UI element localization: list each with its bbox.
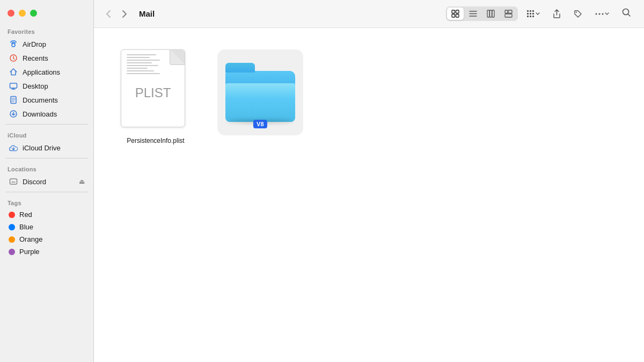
sidebar-item-icloud-drive[interactable]: iCloud Drive [2,141,91,155]
discord-icon [9,177,18,186]
view-toggle-group [446,6,518,21]
sidebar-item-label-downloads: Downloads [23,110,57,118]
sidebar-divider-1 [5,124,88,125]
svg-rect-18 [527,16,529,17]
sidebar-item-tag-blue[interactable]: Blue [2,221,91,233]
sidebar-item-recents[interactable]: Recents [2,51,91,65]
plist-file-icon: PLIST [121,49,191,133]
view-gallery-button[interactable] [500,8,517,20]
svg-rect-20 [530,13,531,15]
svg-rect-8 [452,15,455,18]
sidebar-tag-label-red: Red [19,211,32,219]
view-columns-button[interactable] [482,8,499,20]
sidebar-item-label-discord: Discord [23,178,46,186]
tag-button[interactable] [569,7,587,21]
sidebar-item-airdrop[interactable]: AirDrop [2,37,91,51]
sidebar-tag-label-blue: Blue [19,223,33,231]
tag-blue-dot [9,224,15,230]
tags-label: Tags [0,196,93,208]
toolbar-title: Mail [139,9,155,18]
svg-rect-19 [530,10,531,12]
svg-rect-11 [490,10,492,17]
svg-rect-7 [456,10,459,13]
view-grid-button[interactable] [447,8,464,20]
svg-rect-14 [505,10,508,13]
share-button[interactable] [548,6,565,21]
content-area: PLIST PersistenceInfo.plist V8 [94,28,644,362]
svg-rect-6 [452,10,455,13]
icloud-label: iCloud [0,128,93,141]
close-button[interactable] [8,10,14,17]
sidebar-item-tag-red[interactable]: Red [2,208,91,221]
svg-rect-12 [492,10,494,17]
svg-rect-16 [527,10,529,12]
folder-v8-item[interactable]: V8 [212,44,309,150]
sidebar-tag-label-orange: Orange [19,235,42,243]
folder-badge: V8 [253,120,267,128]
window-controls [0,4,93,24]
minimize-button[interactable] [19,10,26,17]
svg-rect-2 [10,83,17,88]
sidebar-item-discord[interactable]: Discord ⏏ [2,175,91,189]
sidebar-item-label-icloud: iCloud Drive [23,144,61,152]
downloads-icon [9,109,18,119]
plist-file-label: PLIST [121,85,185,100]
svg-rect-24 [532,16,534,17]
plist-file-item[interactable]: PLIST PersistenceInfo.plist [115,44,196,150]
tag-purple-dot [9,249,15,255]
forward-button[interactable] [119,8,130,20]
search-button[interactable] [618,5,635,23]
maximize-button[interactable] [30,10,37,17]
folder-icon: V8 [225,63,295,122]
sidebar-item-label-airdrop: AirDrop [23,40,46,48]
more-button[interactable] [591,10,613,18]
svg-rect-21 [530,16,531,17]
tag-orange-dot [9,236,15,243]
plist-file-name: PersistenceInfo.plist [127,137,184,144]
svg-point-0 [12,44,15,47]
recents-icon [9,53,18,63]
documents-icon [9,95,18,105]
tag-red-dot [9,212,15,218]
desktop-icon [9,81,18,91]
sidebar-divider-2 [5,158,88,158]
icloud-icon [9,143,18,153]
sidebar-item-documents[interactable]: Documents [2,93,91,107]
svg-rect-23 [532,13,534,15]
sidebar-item-label-documents: Documents [23,96,58,104]
favorites-label: Favorites [0,24,93,37]
main-area: Mail [94,0,644,362]
locations-label: Locations [0,162,93,175]
svg-rect-13 [505,14,512,17]
sidebar-item-label-applications: Applications [23,68,60,76]
folder-icon-container: V8 [217,49,303,135]
sidebar: Favorites AirDrop Recents Applicati [0,0,94,362]
svg-rect-17 [527,13,529,15]
sidebar-divider-3 [5,192,88,192]
sidebar-item-applications[interactable]: Applications [2,65,91,79]
applications-icon [9,67,18,77]
svg-point-25 [576,12,577,13]
sort-button[interactable] [522,7,544,20]
eject-button[interactable]: ⏏ [78,177,86,186]
svg-rect-9 [456,15,459,18]
sidebar-item-tag-orange[interactable]: Orange [2,233,91,245]
sidebar-item-label-desktop: Desktop [23,82,48,90]
svg-rect-5 [10,179,17,184]
svg-point-27 [599,13,601,15]
svg-point-26 [596,13,597,15]
svg-rect-22 [532,10,534,12]
view-list-button[interactable] [465,8,481,20]
sidebar-item-tag-purple[interactable]: Purple [2,245,91,258]
sidebar-item-downloads[interactable]: Downloads [2,107,91,121]
sidebar-tag-label-purple: Purple [19,248,40,256]
airdrop-icon [9,39,18,49]
svg-point-28 [602,13,604,15]
svg-rect-10 [487,10,489,17]
svg-rect-15 [508,10,512,13]
toolbar: Mail [94,0,644,28]
back-button[interactable] [103,8,114,20]
sidebar-item-label-recents: Recents [23,54,48,62]
sidebar-item-desktop[interactable]: Desktop [2,79,91,93]
